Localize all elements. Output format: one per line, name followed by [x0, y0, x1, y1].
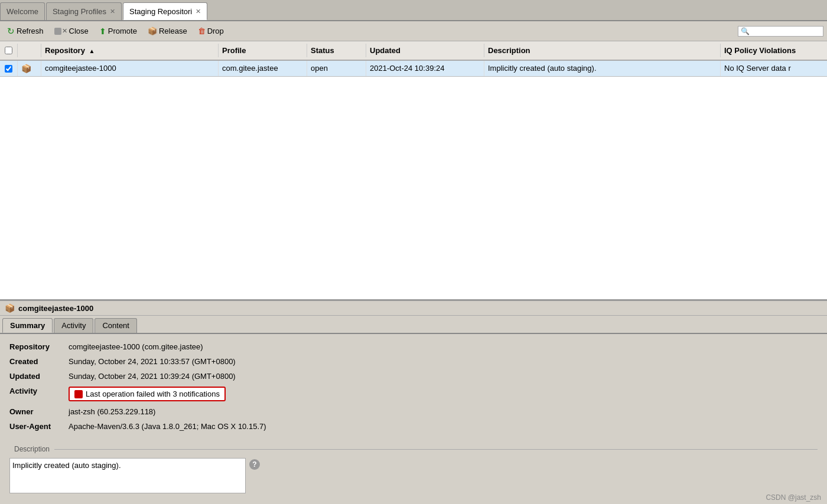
table-header: Repository ▲ Profile Status Updated Desc…: [0, 41, 827, 61]
header-status[interactable]: Status: [307, 44, 366, 57]
release-button[interactable]: 📦 Release: [144, 25, 191, 37]
sub-tab-summary-label: Summary: [10, 321, 45, 330]
header-updated-label: Updated: [370, 46, 401, 55]
section-divider: Description: [9, 445, 818, 453]
release-icon: 📦: [148, 27, 157, 35]
detail-row-created: Created Sunday, October 24, 2021 10:33:5…: [9, 357, 818, 366]
refresh-label: Refresh: [17, 27, 44, 35]
lower-pane-header: 📦 comgiteejastee-1000: [0, 301, 827, 316]
search-icon: 🔍: [741, 27, 750, 35]
detail-row-repository: Repository comgiteejastee-1000 (com.gite…: [9, 342, 818, 351]
toolbar: ↻ Refresh ✕ Close ⬆ Promote 📦 Release 🗑 …: [0, 21, 827, 41]
row-updated: 2021-Oct-24 10:39:24: [366, 61, 484, 76]
detail-row-updated: Updated Sunday, October 24, 2021 10:39:2…: [9, 372, 818, 381]
tab-welcome[interactable]: Welcome: [0, 2, 45, 20]
row-iq-policy: No IQ Server data r: [721, 61, 827, 76]
activity-label: Activity: [9, 387, 69, 395]
release-label: Release: [159, 27, 187, 35]
lower-pane-title: comgiteejastee-1000: [18, 304, 93, 313]
activity-error-icon: [74, 390, 83, 398]
row-checkbox-cell[interactable]: [0, 61, 18, 76]
tab-staging-repositori-label: Staging Repositori: [129, 7, 192, 16]
close-button[interactable]: ✕ Close: [51, 25, 92, 37]
owner-label: Owner: [9, 407, 69, 416]
row-description: Implicitly created (auto staging).: [484, 61, 721, 76]
tab-staging-repositori[interactable]: Staging Repositori ✕: [123, 2, 207, 20]
tab-staging-profiles-close[interactable]: ✕: [110, 8, 115, 15]
lower-header-icon: 📦: [5, 303, 15, 313]
sub-tab-activity-label: Activity: [61, 321, 86, 330]
drop-icon: 🗑: [198, 27, 206, 35]
header-iq-policy[interactable]: IQ Policy Violations: [721, 44, 827, 57]
promote-label: Promote: [108, 27, 137, 35]
owner-value: jast-zsh (60.253.229.118): [69, 407, 818, 416]
row-profile: com.gitee.jastee: [219, 61, 307, 76]
description-textarea[interactable]: Implicitly created (auto staging).: [9, 458, 246, 493]
header-profile-label: Profile: [222, 46, 246, 55]
header-icon: [18, 44, 41, 57]
table-row[interactable]: 📦 comgiteejastee-1000 com.gitee.jastee o…: [0, 61, 827, 77]
activity-badge[interactable]: Last operation failed with 3 notificatio…: [69, 387, 226, 401]
footer-buttons: Save Discard: [0, 499, 827, 504]
updated-label: Updated: [9, 372, 69, 381]
detail-row-activity: Activity Last operation failed with 3 no…: [9, 387, 818, 401]
header-checkbox[interactable]: [0, 44, 18, 57]
header-status-label: Status: [311, 46, 334, 55]
header-profile[interactable]: Profile: [219, 44, 307, 57]
section-title: Description: [14, 445, 50, 453]
sub-tab-content-label: Content: [102, 321, 129, 330]
row-repository: comgiteejastee-1000: [41, 61, 219, 76]
tab-welcome-label: Welcome: [6, 7, 38, 16]
close-icon: ✕: [54, 27, 67, 35]
search-box[interactable]: 🔍: [738, 26, 823, 37]
close-label: Close: [69, 27, 89, 35]
tab-staging-repositori-close[interactable]: ✕: [196, 8, 201, 15]
created-value: Sunday, October 24, 2021 10:33:57 (GMT+0…: [69, 357, 818, 366]
main-container: ↻ Refresh ✕ Close ⬆ Promote 📦 Release 🗑 …: [0, 21, 827, 504]
promote-button[interactable]: ⬆ Promote: [96, 25, 141, 37]
sub-tab-summary[interactable]: Summary: [2, 318, 53, 333]
row-icon-cell: 📦: [18, 61, 41, 76]
tab-staging-profiles[interactable]: Staging Profiles ✕: [46, 2, 122, 20]
header-description[interactable]: Description: [484, 44, 721, 57]
search-input[interactable]: [750, 27, 821, 35]
repo-icon: 📦: [21, 64, 31, 73]
detail-content: Repository comgiteejastee-1000 (com.gite…: [0, 334, 827, 445]
header-updated[interactable]: Updated: [366, 44, 484, 57]
tab-staging-profiles-label: Staging Profiles: [53, 7, 106, 16]
row-status: open: [307, 61, 366, 76]
header-repository-label: Repository: [45, 46, 85, 55]
sort-arrow-icon: ▲: [89, 48, 95, 54]
repository-label: Repository: [9, 342, 69, 351]
help-icon[interactable]: ?: [249, 459, 260, 470]
upper-pane: Repository ▲ Profile Status Updated Desc…: [0, 41, 827, 301]
refresh-icon: ↻: [7, 26, 15, 37]
row-checkbox[interactable]: [5, 65, 12, 73]
user-agent-label: User-Agent: [9, 422, 69, 431]
user-agent-value: Apache-Maven/3.6.3 (Java 1.8.0_261; Mac …: [69, 422, 818, 431]
header-iq-policy-label: IQ Policy Violations: [724, 46, 796, 55]
activity-value: Last operation failed with 3 notificatio…: [69, 387, 818, 401]
header-repository[interactable]: Repository ▲: [41, 44, 219, 57]
repository-value: comgiteejastee-1000 (com.gitee.jastee): [69, 342, 818, 351]
sub-tab-content[interactable]: Content: [95, 318, 137, 333]
drop-button[interactable]: 🗑 Drop: [194, 25, 227, 37]
header-description-label: Description: [488, 46, 530, 55]
drop-label: Drop: [207, 27, 224, 35]
promote-icon: ⬆: [99, 27, 106, 36]
created-label: Created: [9, 357, 69, 366]
tab-bar: Welcome Staging Profiles ✕ Staging Repos…: [0, 0, 827, 21]
lower-pane: 📦 comgiteejastee-1000 Summary Activity C…: [0, 301, 827, 504]
sub-tab-bar: Summary Activity Content: [0, 316, 827, 334]
header-checkbox-input[interactable]: [5, 47, 12, 54]
detail-row-user-agent: User-Agent Apache-Maven/3.6.3 (Java 1.8.…: [9, 422, 818, 431]
refresh-button[interactable]: ↻ Refresh: [4, 25, 47, 38]
section-line: [54, 449, 818, 450]
description-section: Description Implicitly created (auto sta…: [0, 445, 827, 499]
updated-value: Sunday, October 24, 2021 10:39:24 (GMT+0…: [69, 372, 818, 381]
footer-credit: CSDN @jast_zsh: [766, 493, 821, 502]
activity-badge-text: Last operation failed with 3 notificatio…: [86, 390, 220, 398]
detail-row-owner: Owner jast-zsh (60.253.229.118): [9, 407, 818, 416]
sub-tab-activity[interactable]: Activity: [54, 318, 93, 333]
description-area: Implicitly created (auto staging). ?: [9, 458, 818, 493]
